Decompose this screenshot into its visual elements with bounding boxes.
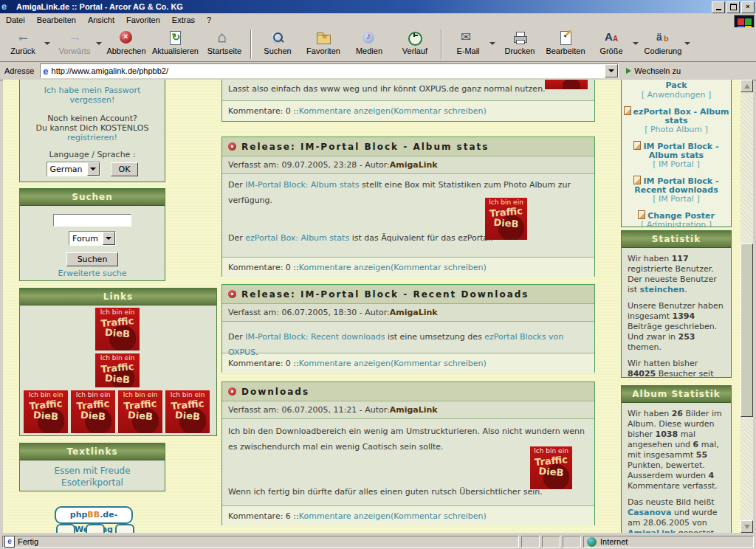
login-box: Ich habe mein Passwortvergessen! Noch ke… bbox=[19, 80, 165, 182]
textlink-esoterik[interactable]: Esoterikportal bbox=[20, 477, 165, 488]
webring-list-button[interactable] bbox=[86, 524, 105, 533]
post-text: Lasst also einfach das www weg und ihr k… bbox=[228, 81, 588, 97]
encoding-icon: äb bbox=[654, 30, 672, 46]
advanced-search-link[interactable]: Erweiterte suche bbox=[20, 269, 165, 278]
post-comments[interactable]: Kommentare: 0 :: Kommentare anzeigen (Ko… bbox=[222, 258, 594, 277]
edit-button[interactable]: Bearbeiten bbox=[543, 29, 588, 56]
toolbar-separator bbox=[250, 30, 252, 59]
traffic-dieb-banner[interactable]: Ich bin einTrafficDieB bbox=[118, 390, 162, 433]
zone-text: Internet bbox=[600, 537, 628, 546]
forgot-password-link[interactable]: Ich habe mein Passwortvergessen! bbox=[20, 86, 165, 105]
page-icon bbox=[638, 210, 645, 219]
page-icon bbox=[633, 176, 641, 184]
vertical-scrollbar[interactable] bbox=[740, 80, 753, 533]
recent-item-link[interactable]: ezPortal Box - Album stats bbox=[633, 107, 729, 125]
back-button[interactable]: ← Zurück bbox=[0, 29, 46, 56]
webring-prev-button[interactable] bbox=[56, 524, 75, 533]
recent-item: IM Portal Block - Recent downloads [ IM … bbox=[622, 176, 731, 204]
page-icon bbox=[633, 141, 641, 150]
go-icon bbox=[626, 68, 631, 74]
search-input[interactable] bbox=[53, 214, 131, 227]
address-label: Adresse bbox=[0, 66, 40, 75]
go-button[interactable]: Wechseln zu bbox=[626, 66, 681, 75]
phpbb-webring-badge[interactable]: phpBB.de-Webring bbox=[55, 506, 133, 524]
register-link[interactable]: registrieren! bbox=[67, 133, 117, 142]
album-stats-text: Wir haben 26 Bilder im Album. Diese wurd… bbox=[628, 409, 725, 491]
forward-dropdown[interactable] bbox=[96, 42, 102, 45]
news-post-partial: Lasst also einfach das www weg und ihr k… bbox=[221, 80, 595, 122]
back-icon: ← bbox=[16, 29, 30, 44]
webring-next-button[interactable] bbox=[115, 524, 134, 533]
traffic-dieb-banner[interactable]: Ich bin einTrafficDieB bbox=[24, 390, 68, 433]
language-select[interactable]: German bbox=[47, 162, 100, 176]
recent-item-link[interactable]: IM Portal Block - Album stats bbox=[643, 142, 718, 160]
album-statistics-box: Album Statistik Wir haben 26 Bilder im A… bbox=[621, 385, 732, 533]
media-button[interactable]: ♪ Medien bbox=[346, 29, 392, 56]
title-bar: e AmigaLink.de :: Portal - Arcor AG & Co… bbox=[0, 0, 756, 13]
stop-button[interactable]: × Abbrechen bbox=[103, 29, 149, 56]
traffic-dieb-banner[interactable]: Ich bin einTrafficDieB bbox=[165, 390, 210, 433]
menu-ansicht[interactable]: Ansicht bbox=[82, 13, 120, 27]
refresh-icon: ↻ bbox=[166, 30, 184, 46]
traffic-dieb-banner[interactable]: Ich bin einTrafficDieB bbox=[95, 308, 140, 351]
textlinks-box: Textlinks Essen mit Freude Esoterikporta… bbox=[19, 443, 165, 491]
recent-item: ezPortal Box - Album stats [ Photo Album… bbox=[622, 106, 731, 134]
search-button[interactable]: Suchen bbox=[255, 29, 300, 56]
history-button[interactable]: Verlauf bbox=[392, 29, 438, 56]
encoding-button[interactable]: äb Codierung bbox=[640, 29, 686, 56]
textsize-dropdown[interactable] bbox=[633, 42, 639, 45]
status-text: Fertig bbox=[18, 537, 38, 546]
refresh-button[interactable]: ↻ Aktualisieren bbox=[149, 29, 202, 56]
forward-icon: → bbox=[67, 29, 81, 44]
email-icon: ✉ bbox=[459, 30, 477, 46]
traffic-dieb-banner[interactable]: Ich bin einTrafficDieB bbox=[530, 446, 572, 489]
textlink-essen[interactable]: Essen mit Freude bbox=[20, 466, 165, 476]
menu-hilfe[interactable]: ? bbox=[201, 13, 217, 27]
post-paragraph: Der IM-Portal Block: Album stats stellt … bbox=[228, 177, 588, 208]
restore-button[interactable] bbox=[726, 1, 740, 13]
recent-item-link[interactable]: IM Portal Block - Recent downloads bbox=[634, 176, 718, 195]
album-statistics-header: Album Statistik bbox=[622, 386, 731, 403]
address-input[interactable]: e http://www.amigalink.de/phpbb2/ bbox=[40, 63, 619, 78]
scroll-down-button[interactable] bbox=[740, 520, 753, 533]
encoding-dropdown[interactable] bbox=[684, 42, 690, 45]
post-icon bbox=[228, 387, 236, 396]
traffic-dieb-banner[interactable]: Ich bin einTrafficDieB bbox=[71, 390, 115, 433]
post-meta: Verfasst am: 09.07.2005, 23:28 - Autor: … bbox=[222, 156, 594, 174]
back-dropdown[interactable] bbox=[44, 42, 50, 45]
search-submit-button[interactable]: Suchen bbox=[66, 252, 119, 266]
print-button[interactable]: Drucken bbox=[497, 29, 543, 56]
email-dropdown[interactable] bbox=[489, 42, 495, 45]
textlinks-box-header: Textlinks bbox=[20, 443, 165, 460]
address-dropdown-button[interactable] bbox=[605, 64, 618, 77]
menu-bearbeiten[interactable]: Bearbeiten bbox=[31, 13, 82, 27]
post-title-row: Release: IM-Portal Block - Album stats bbox=[222, 137, 594, 156]
menu-extras[interactable]: Extras bbox=[166, 13, 201, 27]
stop-icon: × bbox=[117, 30, 135, 46]
recent-content-box: Pack [ Anwendungen ] ezPortal Box - Albu… bbox=[621, 80, 732, 227]
traffic-dieb-banner[interactable]: Ich bin einTrafficDieB bbox=[485, 198, 527, 240]
textsize-button[interactable]: AA Größe bbox=[588, 29, 634, 56]
close-button[interactable]: × bbox=[741, 1, 755, 13]
home-button[interactable]: ⌂ Startseite bbox=[202, 29, 247, 56]
post-comments[interactable]: Kommentare: 6 :: Kommentare anzeigen (Ko… bbox=[222, 506, 594, 526]
scroll-up-button[interactable] bbox=[740, 80, 753, 92]
status-bar: e Fertig Internet bbox=[0, 533, 756, 549]
stats-visitors: Wir hatten bisher 84025 Besucher seit Mi… bbox=[628, 359, 725, 378]
forward-button[interactable]: → Vorwärts bbox=[52, 29, 97, 56]
menu-datei[interactable]: Datei bbox=[0, 13, 31, 27]
minimize-button[interactable] bbox=[712, 1, 725, 13]
language-ok-button[interactable]: OK bbox=[111, 162, 139, 176]
stats-posts: Unsere Benutzer haben insgesamt 1394 Bei… bbox=[628, 301, 725, 353]
links-box-header: Links bbox=[20, 289, 216, 305]
search-box-header: Suchen bbox=[20, 189, 165, 206]
statistics-box: Statistik Wir haben 117 registrierte Ben… bbox=[621, 230, 732, 378]
traffic-dieb-banner[interactable]: Ich bin einTrafficDieB bbox=[95, 353, 140, 387]
email-button[interactable]: ✉ E-Mail bbox=[445, 29, 491, 56]
scrollbar-thumb[interactable] bbox=[740, 244, 753, 417]
search-scope-select[interactable]: Forum bbox=[69, 231, 116, 246]
post-comments[interactable]: Kommentare: 0 :: Kommentare anzeigen (Ko… bbox=[222, 101, 594, 121]
menu-favoriten[interactable]: Favoriten bbox=[120, 13, 166, 27]
favorites-button[interactable]: ★ Favoriten bbox=[300, 29, 346, 56]
print-icon bbox=[511, 30, 529, 46]
